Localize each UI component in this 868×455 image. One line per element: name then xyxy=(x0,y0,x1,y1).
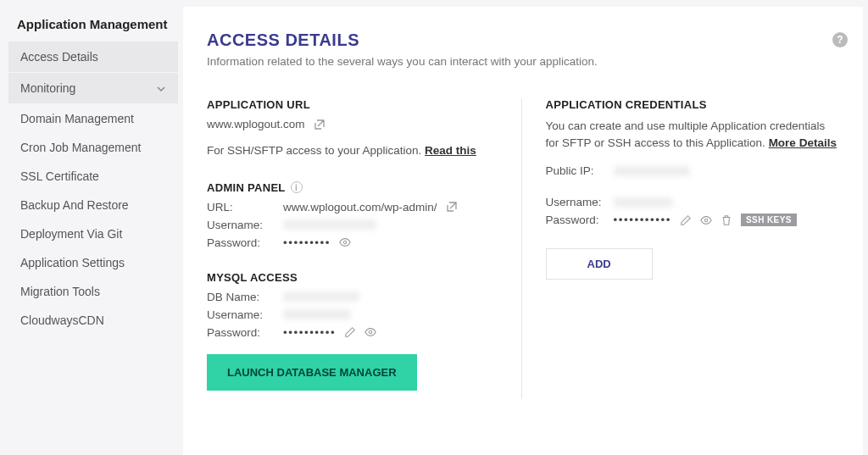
public-ip-label: Public IP: xyxy=(546,164,605,177)
sidebar-item-label: Access Details xyxy=(20,50,98,64)
sidebar-title: Application Management xyxy=(8,17,178,42)
external-link-icon[interactable] xyxy=(446,201,458,213)
sidebar-item-label: Deployment Via Git xyxy=(20,227,122,241)
sidebar-item-cron-job[interactable]: Cron Job Management xyxy=(8,133,178,162)
public-ip-value xyxy=(614,166,690,176)
sidebar-item-label: Domain Management xyxy=(20,112,134,125)
mysql-db-label: DB Name: xyxy=(207,291,275,303)
sidebar-item-backup-restore[interactable]: Backup And Restore xyxy=(8,191,178,219)
mysql-password-label: Password: xyxy=(207,326,275,339)
eye-icon[interactable] xyxy=(700,214,712,226)
sidebar-item-ssl[interactable]: SSL Certificate xyxy=(8,162,178,191)
left-column: APPLICATION URL www.wplogout.com For SSH… xyxy=(207,98,522,399)
cred-password-label: Password: xyxy=(546,214,605,226)
sidebar-item-access-details[interactable]: Access Details xyxy=(8,42,178,72)
cred-username-label: Username: xyxy=(546,196,605,208)
admin-password-mask: ••••••••• xyxy=(283,236,331,249)
admin-password-label: Password: xyxy=(207,236,275,249)
mysql-username-value xyxy=(283,309,351,319)
mysql-username-label: Username: xyxy=(207,308,275,321)
sidebar-item-migration-tools[interactable]: Migration Tools xyxy=(8,277,178,306)
admin-username-label: Username: xyxy=(207,219,275,231)
pencil-icon[interactable] xyxy=(344,326,356,338)
app-url-value: www.wplogout.com xyxy=(207,118,305,130)
app-url-note-prefix: For SSH/SFTP access to your Application. xyxy=(207,144,425,157)
sidebar-item-app-settings[interactable]: Application Settings xyxy=(8,248,178,277)
chevron-down-icon xyxy=(156,83,166,93)
eye-icon[interactable] xyxy=(364,326,376,338)
admin-username-value xyxy=(283,219,376,230)
pencil-icon[interactable] xyxy=(680,214,692,226)
read-this-link[interactable]: Read this xyxy=(425,144,476,157)
mysql-password-mask: •••••••••• xyxy=(283,326,336,339)
section-title-app-url: APPLICATION URL xyxy=(207,98,499,111)
admin-panel-section: ADMIN PANEL i URL: www.wplogout.com/wp-a… xyxy=(207,181,499,249)
section-title-credentials: APPLICATION CREDENTIALS xyxy=(546,98,838,111)
mysql-section: MYSQL ACCESS DB Name: Username: Password… xyxy=(207,271,499,391)
add-credential-button[interactable]: ADD xyxy=(546,248,653,280)
external-link-icon[interactable] xyxy=(314,119,326,130)
launch-db-manager-button[interactable]: LAUNCH DATABASE MANAGER xyxy=(207,354,417,391)
svg-point-0 xyxy=(343,241,347,244)
trash-icon[interactable] xyxy=(721,214,732,226)
sidebar-item-cloudwayscdn[interactable]: CloudwaysCDN xyxy=(8,306,178,335)
admin-url-value: www.wplogout.com/wp-admin/ xyxy=(283,201,437,214)
admin-url-label: URL: xyxy=(207,201,275,214)
section-title-admin: ADMIN PANEL xyxy=(207,181,286,194)
right-column: APPLICATION CREDENTIALS You can create a… xyxy=(546,98,838,399)
info-icon[interactable]: i xyxy=(291,181,303,193)
main-content: ? ACCESS DETAILS Information related to … xyxy=(183,7,863,455)
cred-password-mask: ••••••••••• xyxy=(614,214,672,226)
sidebar: Application Management Access Details Mo… xyxy=(0,0,178,455)
svg-point-2 xyxy=(704,219,708,222)
page-subtitle: Information related to the several ways … xyxy=(207,55,837,68)
application-url-section: APPLICATION URL www.wplogout.com For SSH… xyxy=(207,98,499,159)
more-details-link[interactable]: More Details xyxy=(769,136,837,149)
sidebar-item-monitoring[interactable]: Monitoring xyxy=(8,73,178,103)
sidebar-item-label: Application Settings xyxy=(20,256,125,269)
cred-username-value xyxy=(614,197,673,208)
sidebar-item-domain-management[interactable]: Domain Management xyxy=(8,104,178,133)
eye-icon[interactable] xyxy=(339,236,351,248)
help-icon[interactable]: ? xyxy=(832,32,848,47)
mysql-db-value xyxy=(283,291,359,302)
sidebar-item-label: Cron Job Management xyxy=(20,141,141,154)
sidebar-item-label: CloudwaysCDN xyxy=(20,314,104,327)
svg-point-1 xyxy=(370,330,373,334)
ssh-keys-button[interactable]: SSH KEYS xyxy=(741,214,797,226)
sidebar-item-label: Monitoring xyxy=(20,81,75,95)
sidebar-item-label: Backup And Restore xyxy=(20,198,129,212)
section-title-mysql: MYSQL ACCESS xyxy=(207,271,499,284)
sidebar-item-label: Migration Tools xyxy=(20,285,100,298)
sidebar-item-deployment-git[interactable]: Deployment Via Git xyxy=(8,219,178,248)
sidebar-item-label: SSL Certificate xyxy=(20,169,99,183)
page-title: ACCESS DETAILS xyxy=(207,31,837,50)
